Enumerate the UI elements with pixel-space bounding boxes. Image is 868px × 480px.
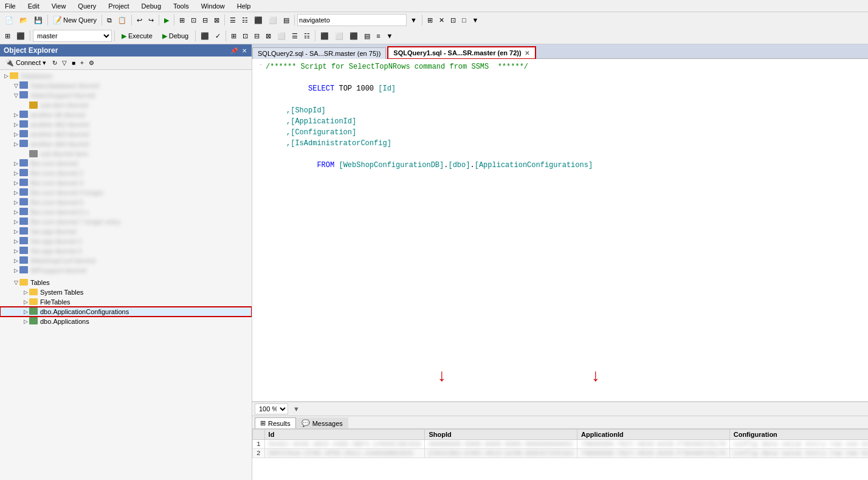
navigate-to-input[interactable] bbox=[297, 14, 407, 26]
file-tables-item[interactable]: ▷ FileTables bbox=[0, 297, 252, 307]
list-item[interactable]: ▷ another db blurred bbox=[0, 110, 252, 120]
tb2-misc12[interactable]: ≡ bbox=[374, 31, 382, 41]
tb2-misc11[interactable]: ▤ bbox=[362, 31, 373, 41]
expand-icon[interactable]: ▷ bbox=[12, 209, 19, 215]
menu-debug[interactable]: Debug bbox=[139, 2, 164, 10]
list-item[interactable]: ▷ Ber.com blurred 3 bbox=[0, 178, 252, 188]
misc-btn2[interactable]: ⊡ bbox=[188, 15, 199, 26]
expand-icon[interactable]: ▷ bbox=[12, 219, 19, 225]
tab-sqlquery2[interactable]: SQLQuery2.sql - SA...SR.master (en 75)) bbox=[252, 47, 386, 59]
app-configurations-table-item[interactable]: ▷ dbo.ApplicationConfigurations bbox=[0, 307, 252, 317]
list-item[interactable]: ▷ Ber.com blurred 2 bbox=[0, 168, 252, 178]
tb2-misc5[interactable]: ⬜ bbox=[275, 31, 288, 41]
tab-sqlquery1[interactable]: SQLQuery1.sql - SA...SR.master (en 72)) … bbox=[387, 46, 536, 59]
misc-btn10[interactable]: ⊞ bbox=[425, 15, 435, 26]
expand-icon[interactable]: ▷ bbox=[12, 190, 19, 196]
tab-close-button[interactable]: ✕ bbox=[524, 50, 530, 57]
copy-button[interactable]: ⧉ bbox=[105, 15, 114, 26]
applications-table-item[interactable]: ▷ dbo.Applications bbox=[0, 317, 252, 326]
list-item[interactable]: sub blurred item bbox=[0, 149, 252, 159]
expand-icon[interactable]: ▷ bbox=[12, 199, 19, 205]
list-item[interactable]: ▷ WebshopConf blurred bbox=[0, 256, 252, 266]
expand-icon[interactable]: ▷ bbox=[12, 267, 19, 273]
list-item[interactable]: ▷ Ser.app blurred 2 bbox=[0, 236, 252, 246]
misc-btn6[interactable]: ☷ bbox=[239, 15, 250, 26]
expand-icon[interactable]: ▽ bbox=[12, 83, 19, 89]
tb2-misc2[interactable]: ⊡ bbox=[240, 31, 250, 41]
expand-icon[interactable]: ▷ bbox=[12, 170, 19, 176]
col-configuration[interactable]: Configuration bbox=[729, 430, 868, 440]
go-button[interactable]: ▼ bbox=[408, 15, 419, 25]
list-item[interactable]: ▷ WPsupport blurred bbox=[0, 266, 252, 275]
menu-query[interactable]: Query bbox=[75, 2, 98, 10]
list-item[interactable]: ▷ Ser.app blurred bbox=[0, 227, 252, 236]
open-button[interactable]: 📂 bbox=[17, 15, 30, 26]
list-item[interactable]: sub item blurred bbox=[0, 100, 252, 110]
misc-btn13[interactable]: □ bbox=[460, 15, 469, 25]
menu-project[interactable]: Project bbox=[106, 2, 131, 10]
list-item[interactable]: ▷ Ber.com blurred 5 bbox=[0, 197, 252, 207]
misc-btn1[interactable]: ⊞ bbox=[177, 15, 187, 26]
expand-tables-icon[interactable]: ▽ bbox=[12, 279, 19, 286]
expand-app-config-icon[interactable]: ▷ bbox=[22, 309, 29, 315]
new-oe-button[interactable]: + bbox=[78, 58, 86, 67]
misc-btn12[interactable]: ⊡ bbox=[448, 15, 458, 26]
filter-button[interactable]: ▽ bbox=[60, 58, 69, 67]
oe-pin-button[interactable]: 📌 bbox=[229, 47, 239, 54]
col-id[interactable]: Id bbox=[264, 430, 425, 440]
tb2-misc8[interactable]: ⬛ bbox=[318, 31, 331, 41]
expand-applications-icon[interactable]: ▷ bbox=[22, 318, 29, 324]
results-content[interactable]: Id ShopId ApplicationId Configuration 1 … bbox=[252, 429, 868, 480]
expand-icon[interactable]: ▷ bbox=[12, 258, 19, 264]
col-shopid[interactable]: ShopId bbox=[425, 430, 577, 440]
expand-icon[interactable]: ▷ bbox=[12, 228, 19, 235]
misc-btn9[interactable]: ▤ bbox=[281, 15, 292, 26]
run-button[interactable]: ▶ bbox=[162, 15, 171, 26]
expand-icon[interactable]: ▷ bbox=[12, 248, 19, 254]
menu-view[interactable]: View bbox=[49, 2, 69, 10]
list-item[interactable]: ▷ another db4 blurred bbox=[0, 139, 252, 149]
redo-button[interactable]: ↪ bbox=[146, 15, 156, 26]
misc-btn7[interactable]: ⬛ bbox=[252, 15, 265, 26]
expand-icon[interactable]: ▷ bbox=[12, 141, 19, 147]
menu-tools[interactable]: Tools bbox=[171, 2, 191, 10]
misc-btn5[interactable]: ☰ bbox=[227, 15, 238, 26]
misc-btn14[interactable]: ▼ bbox=[470, 15, 481, 25]
execute-button[interactable]: ▶ Execute bbox=[117, 31, 157, 41]
list-item[interactable]: ▷ Ber.com blurred bbox=[0, 159, 252, 168]
settings-oe-button[interactable]: ⚙ bbox=[87, 58, 96, 67]
tables-folder-item[interactable]: ▽ Tables bbox=[0, 278, 252, 287]
expand-file-tables-icon[interactable]: ▷ bbox=[22, 299, 29, 305]
menu-window[interactable]: Window bbox=[199, 2, 227, 10]
misc-btn8[interactable]: ⬜ bbox=[266, 15, 280, 26]
misc-btn3[interactable]: ⊟ bbox=[200, 15, 210, 26]
col-applicationid[interactable]: ApplicationId bbox=[577, 430, 730, 440]
list-item[interactable]: ▷ another db3 blurred bbox=[0, 129, 252, 139]
check-button[interactable]: ✓ bbox=[213, 31, 223, 41]
tb2-misc6[interactable]: ☰ bbox=[289, 31, 300, 41]
new-file-button[interactable]: 📄 bbox=[2, 15, 16, 26]
tb2-misc4[interactable]: ⊠ bbox=[263, 31, 274, 41]
expand-icon[interactable]: ▷ bbox=[12, 122, 19, 128]
list-item[interactable]: ▷ another db2 blurred bbox=[0, 120, 252, 129]
paste-button[interactable]: 📋 bbox=[115, 15, 129, 26]
tb2-btn2[interactable]: ⬛ bbox=[14, 31, 27, 41]
expand-icon[interactable]: ▷ bbox=[12, 131, 19, 137]
database-dropdown[interactable]: master bbox=[33, 30, 112, 42]
tb2-misc9[interactable]: ⬜ bbox=[332, 31, 346, 41]
expand-system-tables-icon[interactable]: ▷ bbox=[22, 289, 29, 295]
stop-button[interactable]: ⬛ bbox=[198, 31, 212, 41]
expand-icon[interactable]: ▷ bbox=[12, 238, 19, 244]
list-item[interactable]: ▷ Ber.com blurred 7 longer entry bbox=[0, 217, 252, 227]
tb2-misc3[interactable]: ⊟ bbox=[252, 31, 262, 41]
tb2-misc10[interactable]: ⬛ bbox=[347, 31, 360, 41]
expand-icon[interactable]: ▷ bbox=[12, 112, 19, 118]
misc-btn11[interactable]: ✕ bbox=[436, 15, 447, 26]
list-item[interactable]: ▷ Databases bbox=[0, 71, 252, 81]
list-item[interactable]: ▽ Sales/database blurred bbox=[0, 81, 252, 91]
debug-button[interactable]: ▶ Debug bbox=[158, 31, 193, 41]
list-item[interactable]: ▷ Ber.com blurred 4 longer bbox=[0, 188, 252, 197]
expand-icon[interactable]: ▽ bbox=[12, 92, 19, 98]
messages-tab[interactable]: 💬 Messages bbox=[296, 417, 348, 428]
list-item[interactable]: ▽ Sales/Support blurred bbox=[0, 91, 252, 100]
